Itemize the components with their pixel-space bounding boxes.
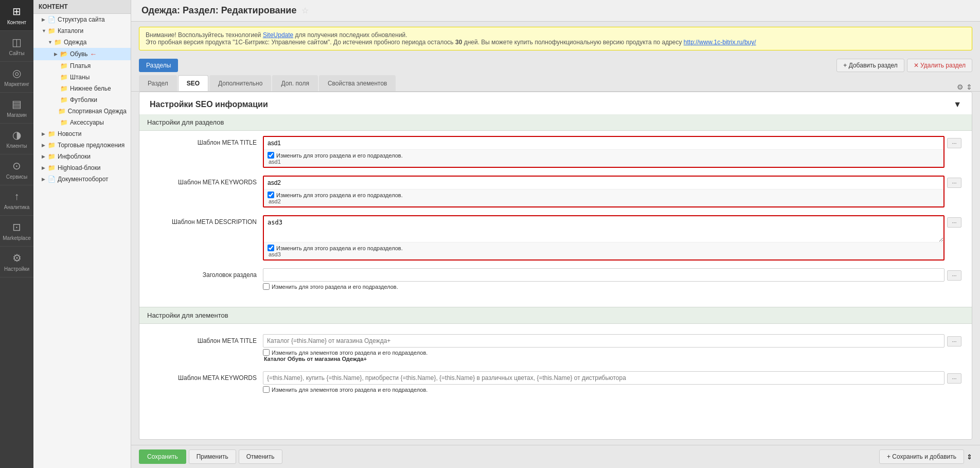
tab-seo[interactable]: SEO bbox=[178, 75, 208, 91]
tabs-bar: Раздел SEO Дополнительно Доп. поля Свойс… bbox=[131, 75, 980, 92]
folder-clothing-icon: 📁 bbox=[54, 39, 62, 46]
tree-label-dresses: Платья bbox=[70, 62, 91, 70]
el-meta-keywords-more-button[interactable]: ··· bbox=[947, 373, 961, 384]
save-add-button[interactable]: + Сохранить и добавить bbox=[879, 449, 964, 464]
sidebar-item-settings[interactable]: ⚙ Настройки bbox=[0, 247, 33, 278]
section-header-checkbox-label[interactable]: Изменить для этого раздела и его подразд… bbox=[263, 283, 945, 290]
tree-item-sportswear[interactable]: 📁 Спортивная Одежда bbox=[33, 106, 131, 117]
sidebar-item-services[interactable]: ⊙ Сервисы bbox=[0, 154, 33, 185]
arrow-shoes: ▶ bbox=[54, 51, 60, 57]
meta-title-checkbox-label[interactable]: Изменить для этого раздела и его подразд… bbox=[268, 152, 940, 159]
meta-desc-more-button[interactable]: ··· bbox=[947, 217, 961, 228]
section-header-input[interactable] bbox=[263, 268, 945, 282]
save-button[interactable]: Сохранить bbox=[139, 449, 186, 464]
siteupdate-link[interactable]: SiteUpdate bbox=[263, 31, 293, 39]
tab-seo-label: SEO bbox=[187, 80, 200, 87]
section-header-checkbox[interactable] bbox=[263, 283, 270, 290]
tree-item-docflow[interactable]: ▶ 📄 Документооборот bbox=[33, 174, 131, 185]
sidebar-item-marketing[interactable]: ◎ Маркетинг bbox=[0, 62, 33, 93]
el-meta-keywords-input[interactable] bbox=[263, 371, 945, 385]
tab-extra-fields[interactable]: Доп. поля bbox=[272, 75, 318, 91]
el-meta-keywords-checkbox-text: Изменить для элементов этого раздела и е… bbox=[272, 387, 427, 393]
meta-keywords-input[interactable] bbox=[264, 177, 943, 189]
meta-keywords-field-block: Изменить для этого раздела и его подразд… bbox=[263, 176, 945, 207]
tab-gear-icon[interactable]: ⚙ bbox=[957, 83, 964, 91]
meta-keywords-more-button[interactable]: ··· bbox=[947, 178, 961, 188]
sections-button[interactable]: Разделы bbox=[139, 59, 178, 72]
tree-item-offers[interactable]: ▶ 📁 Торговые предложения bbox=[33, 140, 131, 151]
tree-item-news[interactable]: ▶ 📁 Новости bbox=[33, 128, 131, 140]
tree-item-shoes[interactable]: ▶ 📂 Обувь ← bbox=[33, 48, 131, 60]
meta-keywords-checkbox-label[interactable]: Изменить для этого раздела и его подразд… bbox=[268, 192, 940, 198]
sidebar-item-analytics[interactable]: ↑ Аналитика bbox=[0, 185, 33, 216]
favorite-star-icon[interactable]: ☆ bbox=[301, 6, 309, 15]
bottom-bar-icon: ⇕ bbox=[967, 453, 972, 461]
folder-dresses-icon: 📁 bbox=[60, 62, 68, 70]
alert-text4: дней. Вы можете купить полнофункциональн… bbox=[462, 39, 684, 46]
tab-section[interactable]: Раздел bbox=[139, 75, 177, 91]
sidebar-item-shop[interactable]: ▤ Магазин bbox=[0, 93, 33, 124]
tree-item-pants[interactable]: 📁 Штаны bbox=[33, 72, 131, 83]
add-section-button[interactable]: + Добавить раздел bbox=[836, 59, 904, 72]
tab-additional[interactable]: Дополнительно bbox=[209, 75, 271, 91]
tab-actions: ⚙ ⇕ bbox=[957, 83, 972, 91]
tab-element-props[interactable]: Свойства элементов bbox=[319, 75, 396, 91]
el-meta-title-checkbox-label[interactable]: Изменить для элементов этого раздела и е… bbox=[263, 349, 945, 356]
sidebar-item-sites[interactable]: ◫ Сайты bbox=[0, 31, 33, 62]
section-header-field: Изменить для этого раздела и его подразд… bbox=[263, 268, 945, 291]
el-meta-keywords-checkbox[interactable] bbox=[263, 386, 270, 393]
meta-desc-checkbox-label[interactable]: Изменить для этого раздела и его подразд… bbox=[268, 245, 940, 251]
sites-icon: ◫ bbox=[12, 36, 22, 48]
arrow-catalogs: ▼ bbox=[42, 28, 48, 33]
el-meta-keywords-checkbox-label[interactable]: Изменить для элементов этого раздела и е… bbox=[263, 386, 945, 393]
tree-item-catalogs[interactable]: ▼ 📁 Каталоги bbox=[33, 25, 131, 37]
tree-item-dresses[interactable]: 📁 Платья bbox=[33, 60, 131, 72]
meta-keywords-label: Шаблон META KEYWORDS bbox=[150, 176, 263, 186]
meta-desc-checkbox-text: Изменить для этого раздела и его подразд… bbox=[276, 245, 403, 251]
meta-title-checkbox[interactable] bbox=[268, 152, 274, 159]
meta-desc-textarea[interactable]: asd3 bbox=[264, 216, 943, 242]
sidebar-item-content[interactable]: ⊞ Контент bbox=[0, 0, 33, 31]
sidebar-label-clients: Клиенты bbox=[6, 143, 27, 149]
services-icon: ⊙ bbox=[12, 160, 21, 172]
tree-item-underwear[interactable]: 📁 Нижнее белье bbox=[33, 83, 131, 94]
el-meta-title-checkbox[interactable] bbox=[263, 349, 270, 356]
section-header-more-button[interactable]: ··· bbox=[947, 270, 961, 281]
tree-item-infoblocks[interactable]: ▶ 📁 Инфоблоки bbox=[33, 151, 131, 162]
tree-item-clothing[interactable]: ▼ 📁 Одежда bbox=[33, 37, 131, 48]
meta-desc-checkbox[interactable] bbox=[268, 245, 274, 251]
sidebar: ⊞ Контент ◫ Сайты ◎ Маркетинг ▤ Магазин … bbox=[0, 0, 33, 468]
meta-title-more-button[interactable]: ··· bbox=[947, 138, 961, 148]
tree-label-structure: Структура сайта bbox=[58, 16, 105, 23]
tree-item-accessories[interactable]: 📁 Аксессуары bbox=[33, 117, 131, 128]
el-meta-title-input[interactable] bbox=[263, 334, 945, 348]
folder-catalogs-icon: 📁 bbox=[48, 27, 56, 34]
meta-keywords-checkbox[interactable] bbox=[268, 192, 274, 198]
content-label: КОНТЕНТ bbox=[39, 3, 68, 10]
buy-link[interactable]: http://www.1c-bitrix.ru/buy/ bbox=[684, 39, 756, 46]
page-title: Одежда: Раздел: Редактирование bbox=[141, 5, 296, 16]
folder-tshirts-icon: 📁 bbox=[60, 96, 68, 103]
tree-label-highload: Highload-блоки bbox=[58, 164, 100, 171]
tab-resize-icon[interactable]: ⇕ bbox=[966, 83, 972, 91]
meta-desc-field-block: asd3 Изменить для этого раздела и его по… bbox=[263, 215, 945, 261]
apply-button[interactable]: Применить bbox=[189, 449, 236, 464]
marketing-icon: ◎ bbox=[12, 67, 21, 79]
tree-item-tshirts[interactable]: 📁 Футболки bbox=[33, 94, 131, 106]
sidebar-item-clients[interactable]: ◑ Клиенты bbox=[0, 124, 33, 154]
el-meta-title-more-button[interactable]: ··· bbox=[947, 336, 961, 346]
form-group-el-meta-keywords: Шаблон META KEYWORDS Изменить для элемен… bbox=[150, 371, 961, 394]
meta-title-input[interactable] bbox=[264, 137, 943, 149]
seo-collapse-icon[interactable]: ▼ bbox=[953, 100, 961, 109]
arrow-clothing: ▼ bbox=[48, 40, 54, 45]
tree-label-catalogs: Каталоги bbox=[58, 27, 83, 34]
tab-extra-fields-label: Доп. поля bbox=[281, 80, 309, 87]
el-meta-title-checkbox-text: Изменить для элементов этого раздела и е… bbox=[272, 350, 427, 356]
cancel-button[interactable]: Отменить bbox=[239, 449, 282, 464]
delete-section-button[interactable]: ✕ Удалить раздел bbox=[907, 59, 972, 72]
form-group-meta-title: Шаблон META TITLE Изменить для этого раз… bbox=[150, 136, 961, 168]
tree-item-structure[interactable]: ▶ 📄 Структура сайта bbox=[33, 14, 131, 25]
tree-item-highload[interactable]: ▶ 📁 Highload-блоки bbox=[33, 162, 131, 174]
marketplace-icon: ⊡ bbox=[12, 221, 21, 233]
sidebar-item-marketplace[interactable]: ⊡ Marketplace bbox=[0, 216, 33, 247]
